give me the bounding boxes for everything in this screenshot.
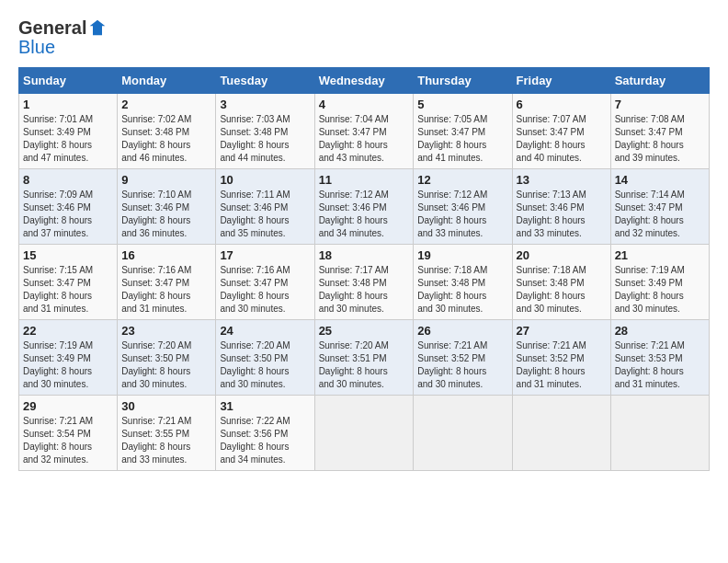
sunset-label: Sunset: 3:46 PM — [517, 202, 585, 213]
day-info: Sunrise: 7:21 AM Sunset: 3:53 PM Dayligh… — [615, 339, 705, 391]
day-info: Sunrise: 7:21 AM Sunset: 3:55 PM Dayligh… — [121, 415, 211, 466]
day-info: Sunrise: 7:05 AM Sunset: 3:47 PM Dayligh… — [417, 113, 507, 165]
calendar-cell: 1 Sunrise: 7:01 AM Sunset: 3:49 PM Dayli… — [19, 94, 118, 169]
daylight-minutes: and 46 minutes. — [121, 153, 187, 163]
daylight-label: Daylight: 8 hours — [319, 140, 388, 150]
calendar-cell: 25 Sunrise: 7:20 AM Sunset: 3:51 PM Dayl… — [314, 320, 414, 396]
logo: General Blue — [18, 18, 107, 58]
sunrise-label: Sunrise: 7:02 AM — [121, 114, 191, 124]
daylight-label: Daylight: 8 hours — [615, 291, 684, 301]
calendar-cell — [610, 396, 709, 471]
sunset-label: Sunset: 3:49 PM — [615, 278, 683, 288]
day-number: 18 — [319, 248, 410, 262]
sunset-label: Sunset: 3:46 PM — [23, 202, 91, 213]
sunset-label: Sunset: 3:49 PM — [23, 353, 91, 363]
daylight-minutes: and 33 minutes. — [517, 228, 582, 238]
day-info: Sunrise: 7:19 AM Sunset: 3:49 PM Dayligh… — [23, 339, 113, 391]
sunset-label: Sunset: 3:54 PM — [23, 429, 91, 439]
sunrise-label: Sunrise: 7:12 AM — [417, 190, 487, 200]
sunrise-label: Sunrise: 7:13 AM — [517, 190, 586, 200]
sunrise-label: Sunrise: 7:20 AM — [319, 340, 389, 350]
calendar-cell: 8 Sunrise: 7:09 AM Sunset: 3:46 PM Dayli… — [19, 169, 118, 245]
sunset-label: Sunset: 3:46 PM — [319, 202, 387, 213]
day-header-tuesday: Tuesday — [216, 68, 314, 94]
day-header-saturday: Saturday — [610, 68, 709, 94]
day-number: 6 — [517, 98, 607, 111]
calendar-cell: 5 Sunrise: 7:05 AM Sunset: 3:47 PM Dayli… — [414, 94, 512, 169]
sunrise-label: Sunrise: 7:16 AM — [220, 265, 290, 275]
sunset-label: Sunset: 3:52 PM — [417, 353, 485, 363]
daylight-label: Daylight: 8 hours — [121, 215, 190, 225]
sunrise-label: Sunrise: 7:21 AM — [121, 416, 191, 426]
logo-general-text: General — [18, 18, 86, 37]
daylight-minutes: and 37 minutes. — [23, 228, 88, 238]
daylight-label: Daylight: 8 hours — [23, 366, 92, 376]
daylight-minutes: and 30 minutes. — [23, 379, 88, 389]
sunrise-label: Sunrise: 7:22 AM — [220, 416, 290, 426]
day-number: 11 — [319, 173, 410, 187]
day-number: 5 — [417, 98, 507, 111]
sunset-label: Sunset: 3:46 PM — [220, 202, 288, 213]
calendar-cell: 31 Sunrise: 7:22 AM Sunset: 3:56 PM Dayl… — [216, 396, 314, 471]
sunset-label: Sunset: 3:47 PM — [615, 202, 683, 213]
daylight-minutes: and 30 minutes. — [220, 304, 285, 314]
sunrise-label: Sunrise: 7:08 AM — [615, 114, 685, 124]
day-number: 16 — [121, 248, 211, 262]
sunset-label: Sunset: 3:47 PM — [23, 278, 91, 288]
calendar-cell: 10 Sunrise: 7:11 AM Sunset: 3:46 PM Dayl… — [216, 169, 314, 245]
day-info: Sunrise: 7:03 AM Sunset: 3:48 PM Dayligh… — [220, 113, 310, 165]
calendar-cell: 17 Sunrise: 7:16 AM Sunset: 3:47 PM Dayl… — [216, 245, 314, 320]
day-number: 10 — [220, 173, 310, 187]
daylight-label: Daylight: 8 hours — [121, 140, 190, 150]
daylight-label: Daylight: 8 hours — [121, 366, 190, 376]
calendar-cell: 11 Sunrise: 7:12 AM Sunset: 3:46 PM Dayl… — [314, 169, 414, 245]
sunrise-label: Sunrise: 7:14 AM — [615, 190, 685, 200]
daylight-label: Daylight: 8 hours — [319, 366, 388, 376]
day-number: 19 — [417, 248, 507, 262]
daylight-label: Daylight: 8 hours — [615, 366, 684, 376]
calendar-cell: 12 Sunrise: 7:12 AM Sunset: 3:46 PM Dayl… — [414, 169, 512, 245]
day-info: Sunrise: 7:11 AM Sunset: 3:46 PM Dayligh… — [220, 189, 310, 240]
daylight-minutes: and 30 minutes. — [417, 379, 483, 389]
daylight-label: Daylight: 8 hours — [417, 215, 486, 225]
sunrise-label: Sunrise: 7:21 AM — [417, 340, 487, 350]
day-info: Sunrise: 7:14 AM Sunset: 3:47 PM Dayligh… — [615, 189, 705, 240]
calendar-cell: 13 Sunrise: 7:13 AM Sunset: 3:46 PM Dayl… — [512, 169, 610, 245]
daylight-label: Daylight: 8 hours — [23, 291, 92, 301]
daylight-label: Daylight: 8 hours — [121, 442, 190, 452]
sunrise-label: Sunrise: 7:12 AM — [319, 190, 389, 200]
sunset-label: Sunset: 3:52 PM — [517, 353, 585, 363]
day-number: 17 — [220, 248, 310, 262]
daylight-label: Daylight: 8 hours — [220, 140, 289, 150]
logo-icon — [88, 18, 107, 37]
daylight-minutes: and 40 minutes. — [517, 153, 582, 163]
day-info: Sunrise: 7:01 AM Sunset: 3:49 PM Dayligh… — [23, 113, 113, 165]
calendar-cell — [512, 396, 610, 471]
day-info: Sunrise: 7:12 AM Sunset: 3:46 PM Dayligh… — [319, 189, 410, 240]
day-number: 27 — [517, 324, 607, 338]
daylight-label: Daylight: 8 hours — [23, 215, 92, 225]
day-header-monday: Monday — [118, 68, 216, 94]
daylight-minutes: and 30 minutes. — [517, 304, 582, 314]
sunset-label: Sunset: 3:50 PM — [121, 353, 189, 363]
sunset-label: Sunset: 3:51 PM — [319, 353, 387, 363]
daylight-label: Daylight: 8 hours — [615, 215, 684, 225]
day-info: Sunrise: 7:08 AM Sunset: 3:47 PM Dayligh… — [615, 113, 705, 165]
day-info: Sunrise: 7:20 AM Sunset: 3:51 PM Dayligh… — [319, 339, 410, 391]
daylight-label: Daylight: 8 hours — [220, 366, 289, 376]
sunrise-label: Sunrise: 7:21 AM — [23, 416, 93, 426]
day-number: 26 — [417, 324, 507, 338]
day-info: Sunrise: 7:17 AM Sunset: 3:48 PM Dayligh… — [319, 264, 410, 316]
sunset-label: Sunset: 3:48 PM — [121, 127, 189, 137]
sunrise-label: Sunrise: 7:16 AM — [121, 265, 191, 275]
sunset-label: Sunset: 3:46 PM — [121, 202, 189, 213]
daylight-minutes: and 34 minutes. — [220, 454, 285, 465]
day-number: 3 — [220, 98, 310, 111]
logo-blue-text: Blue — [18, 37, 55, 58]
calendar-week-row: 29 Sunrise: 7:21 AM Sunset: 3:54 PM Dayl… — [19, 396, 710, 471]
day-number: 13 — [517, 173, 607, 187]
calendar-week-row: 8 Sunrise: 7:09 AM Sunset: 3:46 PM Dayli… — [19, 169, 710, 245]
day-number: 8 — [23, 173, 113, 187]
header: General Blue — [18, 18, 710, 58]
daylight-label: Daylight: 8 hours — [517, 140, 586, 150]
